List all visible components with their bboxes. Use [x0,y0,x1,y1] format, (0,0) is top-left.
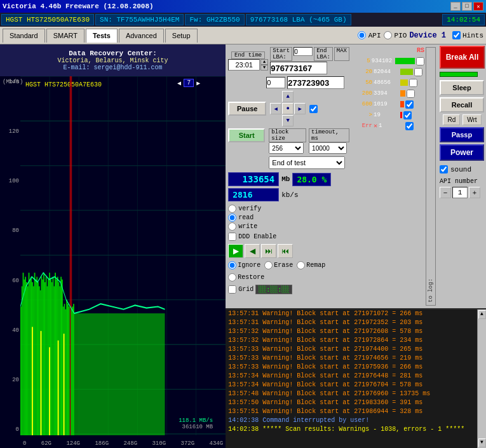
start-lba-label: Start LBA: [270,47,292,61]
svg-rect-66 [64,334,65,435]
api-minus-button[interactable]: − [440,187,451,198]
svg-rect-45 [55,273,56,435]
bar-row-err: Err ✕ 1 [354,121,424,131]
left-arrow-btn[interactable]: ◀ [270,103,281,114]
log-container[interactable]: 13:57:31 Warning! Block start at 2719710… [226,309,477,448]
svg-rect-46 [56,280,57,435]
scroll-up-icon[interactable]: ▲ [478,310,486,319]
third-lba-input[interactable] [287,76,344,89]
tab-advanced[interactable]: Advanced [119,29,164,43]
down-arrow-btn[interactable]: ▼ [282,115,294,126]
scrollbar[interactable]: ▲ ▼ [477,309,486,448]
recall-button[interactable]: Recall [440,97,484,112]
bar-50-checkbox[interactable] [409,79,417,87]
minimize-button[interactable]: _ [450,2,461,11]
tab-setup[interactable]: Setup [165,29,198,43]
hints-checkbox[interactable] [452,31,461,39]
start-lba-input[interactable] [294,47,313,56]
to-log-label[interactable]: to log: [426,47,436,306]
end-of-test-select[interactable]: End of test [269,156,345,169]
spin-down-icon[interactable]: ▼ [260,65,268,71]
play-button[interactable]: ▶ [228,244,243,258]
back-button[interactable]: ◀ [245,244,260,258]
bar-stats-section: RS 5 934102 20 82044 [352,44,438,308]
progress-bar [440,72,478,77]
break-all-button[interactable]: Break All [440,46,485,69]
verify-option[interactable]: verify [228,205,349,213]
wrt-button[interactable]: Wrt [462,114,481,125]
restore-option[interactable]: Restore [228,273,264,282]
read-option[interactable]: read [228,214,349,222]
svg-rect-64 [49,347,50,435]
log-section: 13:57:31 Warning! Block start at 2719710… [226,308,486,448]
right-arrow-btn[interactable]: ▶ [294,103,306,114]
bar-200-checkbox[interactable] [407,90,415,98]
end-time-label: End time [231,51,265,59]
checkbox-1[interactable] [309,105,318,113]
end-time-input[interactable] [228,59,260,71]
sound-checkbox[interactable] [440,165,448,173]
svg-rect-41 [50,280,51,435]
write-option[interactable]: write [228,222,349,231]
verify-radio[interactable] [228,205,236,213]
tab-standard[interactable]: Standard [3,29,45,43]
spin-up-icon[interactable]: ▲ [260,59,268,65]
grid-checkbox[interactable] [228,285,236,294]
center-arrow-btn[interactable]: ● [282,103,294,114]
bar-600-checkbox[interactable] [405,100,414,109]
start-button[interactable]: Start [228,128,265,142]
rd-button[interactable]: Rd [443,114,460,125]
bar-err-checkbox[interactable] [405,122,414,130]
svg-rect-36 [44,282,46,435]
ignore-option[interactable]: Ignore [228,261,260,269]
tab-tests[interactable]: Tests [86,29,118,43]
erase-option[interactable]: Erase [264,261,293,269]
sleep-button[interactable]: Sleep [440,80,484,95]
scroll-down-icon[interactable]: ▼ [478,438,486,447]
svg-rect-62 [32,327,33,435]
svg-rect-59 [71,309,72,435]
toolbar: Standard SMART Tests Advanced Setup API … [0,27,486,44]
power-button[interactable]: Power [440,144,484,161]
api-value: 1 [452,187,468,198]
erase-radio[interactable] [264,261,273,269]
svg-rect-60 [72,306,73,435]
bar-5-checkbox[interactable] [416,57,424,65]
close-button[interactable]: ✕ [473,2,483,11]
pause-button[interactable]: Pause [228,102,266,116]
up-arrow-btn[interactable]: ▲ [282,91,294,102]
remap-radio[interactable] [297,261,305,269]
write-radio[interactable] [228,222,236,231]
playback-controls: ▶ ◀ ⏭ ⏮ [228,244,349,258]
timeout-select[interactable]: 10000 [309,142,347,154]
end-time-spinner[interactable]: ▲ ▼ [260,59,268,71]
bar-row-gt: > 19 [354,110,424,120]
ignore-radio[interactable] [228,261,236,269]
skip-back-button[interactable]: ⏮ [278,244,293,258]
hints-section: Hints [452,31,483,39]
pio-radio[interactable] [384,31,392,39]
bar-20-checkbox[interactable] [414,68,422,76]
end-lba-input[interactable] [270,62,327,74]
second-lba-input[interactable] [266,77,285,88]
bar-gt-checkbox[interactable] [403,111,412,119]
direction-pad: ▲ ◀ ● ▶ ▼ [270,91,306,126]
restore-radio[interactable] [228,273,236,282]
end-lba-label: End LBA: [314,47,333,61]
api-plus-button[interactable]: + [469,187,480,198]
svg-rect-50 [60,277,62,435]
tab-smart[interactable]: SMART [46,29,84,43]
ddd-checkbox[interactable] [228,233,236,241]
grid-label: Grid [238,286,253,293]
svg-rect-20 [26,282,27,435]
remap-option[interactable]: Remap [297,261,325,269]
read-radio[interactable] [228,214,236,222]
window-controls[interactable]: _ □ ✕ [450,2,483,11]
title-bar: Victoria 4.46b Freeware (12.08.2008) _ □… [0,0,486,13]
maximize-button[interactable]: □ [462,2,472,11]
svg-rect-22 [29,273,30,435]
passp-button[interactable]: Passp [440,127,484,142]
api-radio[interactable] [358,31,366,39]
skip-fwd-button[interactable]: ⏭ [261,244,276,258]
block-size-select[interactable]: 256 [269,142,304,154]
